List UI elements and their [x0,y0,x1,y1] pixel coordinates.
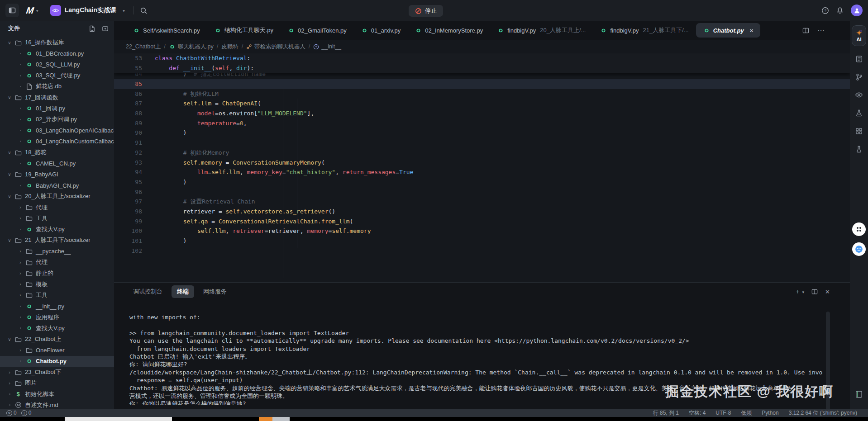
book-icon[interactable] [854,389,864,400]
file-tree-item[interactable]: ›模板 [0,279,114,290]
close-panel-icon[interactable]: ✕ [825,289,830,295]
status-item[interactable]: UTF-8 [715,410,731,416]
terminal-scrollbar[interactable] [826,312,830,421]
file-tree[interactable]: ∨16_操作数据库01_DBCreation.py02_SQL_LLM.py03… [0,37,114,409]
file-tree-item[interactable]: 查找大V.py [0,224,114,235]
file-tree-item[interactable]: ›静止的 [0,268,114,279]
file-tree-item[interactable]: CAMEL_CN.py [0,158,114,169]
project-switcher[interactable]: </> LangChain实战课 ▾ [50,5,125,16]
search-icon[interactable] [140,7,148,14]
status-item[interactable]: 3.12.2 64 位 ('shims': pyenv) [789,409,857,417]
file-tree-item[interactable]: ›代理 [0,257,114,268]
stop-button[interactable]: 停止 [409,5,443,17]
breadcrumb-item[interactable]: __init__ [313,43,341,50]
chevron-right-icon[interactable]: › [17,348,24,353]
editor-tab[interactable]: 02_GmailToken.py [281,23,354,38]
beaker-icon[interactable] [854,144,864,155]
editor-tab[interactable]: 02_InMemoryStore.py [408,23,490,38]
chevron-right-icon[interactable]: › [17,249,24,254]
chevron-right-icon[interactable]: › [17,216,24,221]
flask-icon[interactable] [854,108,864,118]
file-tree-item[interactable]: ∨16_操作数据库 [0,37,114,48]
new-terminal-icon[interactable]: ＋ ▾ [795,288,804,296]
panel-tab-调试控制台[interactable]: 调试控制台 [128,285,168,298]
chevron-right-icon[interactable]: › [17,205,24,210]
file-tree-item[interactable]: 自述文件.md [0,400,114,409]
chevron-down-icon[interactable]: ∨ [6,95,13,100]
file-tree-item[interactable]: ›OneFlower [0,345,114,355]
sidebar-toggle-icon[interactable] [5,4,19,17]
file-tree-item[interactable]: ∨19_BabyAGI [0,169,114,180]
file-tree-item[interactable]: ∨18_骆驼 [0,147,114,158]
chevron-down-icon[interactable]: ∨ [6,194,13,199]
file-tree-item[interactable]: ∨21_人脉工具下/socializer [0,235,114,246]
file-tree-item[interactable]: $初始化脚本 [0,389,114,400]
more-actions-icon[interactable]: ⋯ [817,26,825,35]
file-tree-item[interactable]: 应用程序 [0,312,114,322]
file-tree-item[interactable]: 03_LangChainOpenAICallback... [0,125,114,136]
chevron-down-icon[interactable]: ∨ [6,40,13,45]
error-count[interactable]: ✕0 [6,410,17,416]
editor-tab[interactable]: findbigV.py20_人脉工具上/... [490,23,593,38]
chevron-down-icon[interactable]: ∨ [6,150,13,155]
chat-doc-icon[interactable] [854,53,864,64]
file-tree-item[interactable]: Chatbot.py [0,356,114,367]
file-tree-item[interactable]: BabyAGI_CN.py [0,180,114,191]
file-tree-item[interactable]: 04_LangChainCustomCallback... [0,136,114,147]
editor-tab[interactable]: 01_arxiv.py [354,23,408,38]
file-tree-item[interactable]: 01_回调.py [0,103,114,114]
app-logo[interactable]: M [25,5,34,16]
file-tree-item[interactable]: 01_DBCreation.py [0,48,114,59]
chevron-right-icon[interactable]: › [17,260,24,265]
chevron-right-icon[interactable]: › [6,381,13,386]
status-item[interactable]: 行 85, 列 1 [653,409,679,417]
warning-count[interactable]: !0 [21,410,32,416]
panel-tab-网络服务[interactable]: 网络服务 [198,285,232,298]
chevron-right-icon[interactable]: › [17,293,24,298]
chevron-down-icon[interactable]: ∨ [6,238,13,243]
file-tree-item[interactable]: 鲜花店.db [0,81,114,92]
grid-icon[interactable] [854,126,864,137]
file-tree-item[interactable]: 02_SQL_LLM.py [0,59,114,70]
status-item[interactable]: Python [762,410,778,416]
file-tree-item[interactable]: 02_异步回调.py [0,114,114,125]
ai-button[interactable]: AI [852,25,866,46]
status-item[interactable]: 低频 [741,409,752,417]
file-tree-item[interactable]: ›图片 [0,378,114,388]
file-tree-item[interactable]: 03_SQL_代理.py [0,70,114,81]
close-icon[interactable]: × [750,27,754,34]
assistant-face-icon[interactable] [852,242,866,256]
avatar[interactable] [851,5,863,16]
breadcrumb-item[interactable]: 带检索的聊天机器人 [246,43,305,51]
breadcrumb[interactable]: 22_Chatbot上/聊天机器人.py/皮赖特/带检索的聊天机器人/__ini… [114,40,850,53]
eye-icon[interactable] [854,90,864,100]
breadcrumb-item[interactable]: 聊天机器人.py [169,43,214,51]
help-icon[interactable]: ? [821,7,829,14]
file-tree-item[interactable]: __init__.py [0,301,114,312]
plugin-badge-icon[interactable] [852,222,866,236]
editor-tab[interactable]: 结构化工具聊天.py [207,23,281,38]
chevron-right-icon[interactable]: › [6,370,13,375]
file-tree-item[interactable]: ›23_Chatbot下 [0,367,114,378]
split-terminal-icon[interactable] [811,289,818,295]
breadcrumb-item[interactable]: 皮赖特 [221,43,238,51]
editor-tab[interactable]: findbigV.py21_人脉工具下/... [593,23,696,38]
new-file-icon[interactable] [89,25,95,32]
editor-tab[interactable]: SelfAskwithSearch.py [126,23,207,38]
file-tree-item[interactable]: ›代理 [0,202,114,213]
chevron-down-icon[interactable]: ∨ [6,337,13,342]
new-folder-icon[interactable] [102,25,109,32]
file-tree-item[interactable]: 查找大V.py [0,323,114,334]
breadcrumb-item[interactable]: 22_Chatbot上 [126,43,161,51]
chevron-down-icon[interactable]: ∨ [6,172,13,177]
file-tree-item[interactable]: ∨17_回调函数 [0,92,114,103]
file-tree-item[interactable]: ∨20_人脉工具上/socializer [0,191,114,202]
chevron-down-icon[interactable]: ▾ [36,8,38,13]
file-tree-item[interactable]: ›__pycache__ [0,246,114,257]
file-tree-item[interactable]: ›工具 [0,213,114,224]
chevron-right-icon[interactable]: › [17,282,24,287]
status-item[interactable]: 空格: 4 [689,409,706,417]
panel-tab-终端[interactable]: 终端 [172,285,194,298]
git-branch-icon[interactable] [854,71,864,82]
file-tree-item[interactable]: ∨22_Chatbot上 [0,334,114,345]
